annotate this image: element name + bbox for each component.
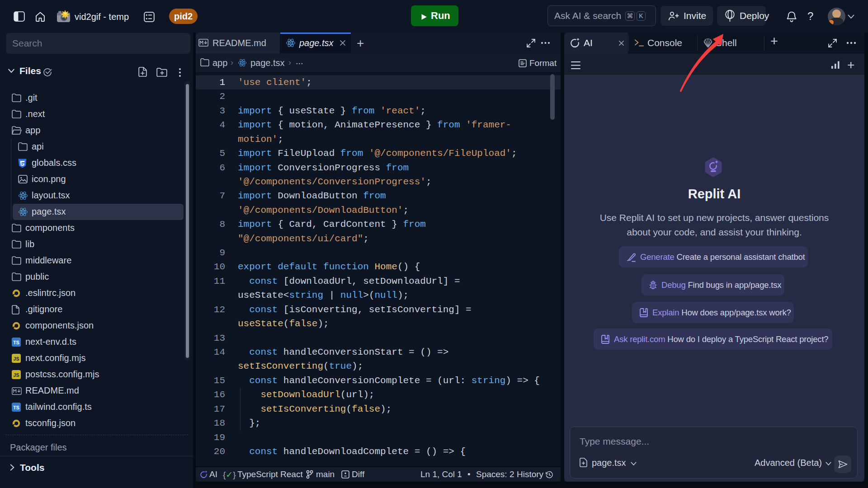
svg-text:TS: TS [13, 340, 19, 345]
svg-text:JS: JS [14, 356, 19, 361]
svg-text:JS: JS [14, 372, 19, 378]
svg-text:TS: TS [13, 405, 19, 410]
